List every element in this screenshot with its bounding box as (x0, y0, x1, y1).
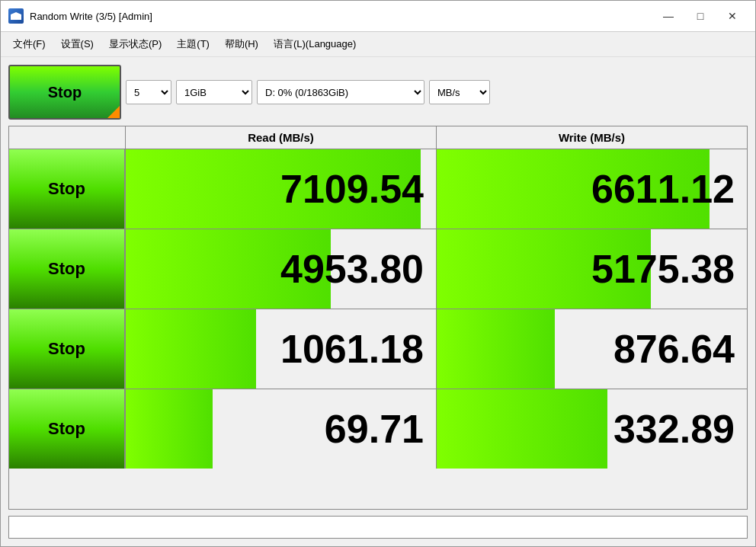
toolbar: Stop 5 1 2 3 4 6 7 8 1GiB 512MiB 2GiB 4G… (8, 65, 748, 120)
menu-theme[interactable]: 主題(T) (171, 35, 216, 53)
close-button[interactable]: ✕ (717, 5, 748, 27)
data-grid: Read (MB/s) Write (MB/s) Stop 7109.54 66… (8, 126, 748, 510)
stop-btn-cell-1: Stop (9, 149, 125, 229)
menu-bar: 文件(F) 设置(S) 显示状态(P) 主題(T) 帮助(H) 语言(L)(La… (1, 32, 755, 57)
stop-button-1[interactable]: Stop (9, 149, 124, 229)
menu-help[interactable]: 帮助(H) (219, 35, 264, 53)
write-value-4: 332.89 (436, 389, 747, 469)
main-stop-button[interactable]: Stop (8, 65, 121, 120)
write-value-1: 6611.12 (436, 149, 747, 229)
menu-display[interactable]: 显示状态(P) (103, 35, 168, 53)
content-area: Stop 5 1 2 3 4 6 7 8 1GiB 512MiB 2GiB 4G… (1, 57, 755, 546)
stop-btn-cell-3: Stop (9, 309, 125, 389)
window-controls: — □ ✕ (653, 5, 748, 27)
status-bar (8, 516, 748, 539)
table-row: Stop 1061.18 876.64 (9, 309, 747, 389)
count-select[interactable]: 5 1 2 3 4 6 7 8 (126, 80, 171, 104)
minimize-button[interactable]: — (653, 5, 684, 27)
header-empty (9, 126, 125, 149)
header-write: Write (MB/s) (436, 126, 747, 149)
window-title: Random Write (3/5) [Admin] (30, 11, 152, 22)
drive-select[interactable]: D: 0% (0/1863GiB) (257, 80, 424, 104)
read-value-1: 7109.54 (125, 149, 436, 229)
main-window: Random Write (3/5) [Admin] — □ ✕ 文件(F) 设… (0, 0, 756, 547)
stop-button-4[interactable]: Stop (9, 389, 124, 469)
menu-language[interactable]: 语言(L)(Language) (267, 35, 362, 53)
table-row: Stop 69.71 332.89 (9, 389, 747, 469)
read-value-4: 69.71 (125, 389, 436, 469)
header-read: Read (MB/s) (125, 126, 436, 149)
stop-button-3[interactable]: Stop (9, 309, 124, 389)
maximize-button[interactable]: □ (685, 5, 716, 27)
title-bar: Random Write (3/5) [Admin] — □ ✕ (1, 1, 755, 32)
header-row: Read (MB/s) Write (MB/s) (9, 126, 747, 149)
stop-btn-cell-4: Stop (9, 389, 125, 469)
read-value-3: 1061.18 (125, 309, 436, 389)
unit-select[interactable]: MB/s GB/s IOPS (429, 80, 490, 104)
title-bar-left: Random Write (3/5) [Admin] (8, 8, 152, 24)
write-value-3: 876.64 (436, 309, 747, 389)
menu-settings[interactable]: 设置(S) (55, 35, 100, 53)
stop-button-2[interactable]: Stop (9, 229, 124, 309)
write-value-2: 5175.38 (436, 229, 747, 309)
stop-btn-cell-2: Stop (9, 229, 125, 309)
table-row: Stop 7109.54 6611.12 (9, 149, 747, 229)
read-value-2: 4953.80 (125, 229, 436, 309)
table-row: Stop 4953.80 5175.38 (9, 229, 747, 309)
app-icon (8, 8, 24, 24)
size-select[interactable]: 1GiB 512MiB 2GiB 4GiB 8GiB (176, 80, 252, 104)
menu-file[interactable]: 文件(F) (7, 35, 52, 53)
